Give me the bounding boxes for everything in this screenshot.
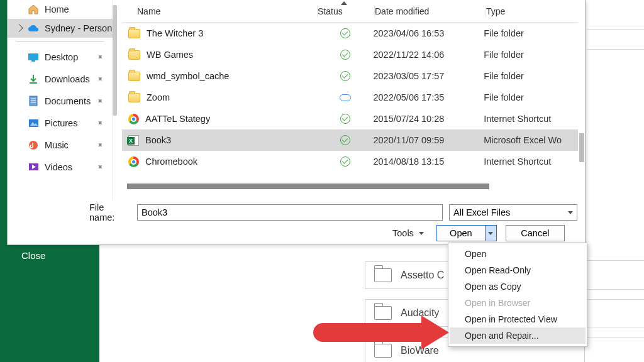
chrome-icon bbox=[128, 156, 139, 167]
file-type: File folder bbox=[484, 28, 578, 38]
menu-item[interactable]: Open as Copy bbox=[450, 278, 586, 295]
pin-icon: ✦ bbox=[94, 161, 106, 172]
pin-icon: ✦ bbox=[94, 95, 106, 106]
nav-onedrive-label: Sydney - Person bbox=[45, 23, 112, 33]
file-row[interactable]: Chromebook2014/08/18 13:15Internet Short… bbox=[122, 151, 578, 172]
file-row[interactable]: wmd_symbol_cache2023/03/05 17:57File fol… bbox=[122, 65, 578, 87]
col-date[interactable]: Date modified bbox=[375, 6, 486, 16]
file-row[interactable]: The Witcher 32023/04/06 16:53File folder bbox=[122, 23, 578, 44]
app-side-panel bbox=[0, 244, 99, 362]
pin-icon: ✦ bbox=[94, 73, 106, 84]
file-type: Microsoft Excel Wo bbox=[484, 135, 578, 145]
quick-videos[interactable]: Videos ✦ bbox=[8, 156, 113, 178]
open-button-label: Open bbox=[437, 228, 485, 238]
cloud-icon bbox=[28, 23, 39, 34]
open-file-dialog: Home Sydney - Person Desktop ✦ Downloads… bbox=[7, 0, 586, 245]
menu-item[interactable]: Open and Repair... bbox=[450, 327, 586, 344]
pictures-icon bbox=[28, 118, 39, 129]
file-name: AATTeL Stategy bbox=[145, 114, 210, 124]
quick-label: Pictures bbox=[45, 118, 77, 128]
col-type[interactable]: Type bbox=[486, 6, 568, 16]
sidebar-scrollbar[interactable] bbox=[113, 5, 117, 116]
chrome-icon bbox=[128, 114, 139, 124]
file-name: Chromebook bbox=[145, 156, 197, 167]
file-type: Internet Shortcut bbox=[484, 114, 578, 124]
quick-music[interactable]: Music ✦ bbox=[8, 134, 113, 156]
filetype-dropdown[interactable]: All Excel Files bbox=[449, 204, 577, 221]
menu-item: Open in Browser bbox=[450, 295, 586, 311]
separator bbox=[16, 41, 104, 42]
file-date: 2023/03/05 17:57 bbox=[373, 71, 484, 81]
column-headers: Name Status Date modified Type bbox=[122, 0, 578, 23]
file-name: The Witcher 3 bbox=[147, 28, 203, 38]
quick-label: Music bbox=[45, 140, 69, 150]
file-row[interactable]: AATTeL Stategy2015/07/24 10:28Internet S… bbox=[122, 108, 578, 129]
folder-icon bbox=[128, 50, 140, 60]
quick-label: Downloads bbox=[45, 74, 90, 84]
synced-status-icon bbox=[340, 50, 350, 60]
filename-label: File name: bbox=[89, 202, 131, 222]
svg-rect-0 bbox=[28, 53, 38, 60]
folder-icon bbox=[128, 72, 140, 81]
pin-icon: ✦ bbox=[94, 117, 106, 128]
menu-item[interactable]: Open bbox=[450, 246, 586, 262]
chevron-down-icon bbox=[419, 232, 424, 235]
quick-desktop[interactable]: Desktop ✦ bbox=[8, 46, 113, 68]
filename-row: File name: All Excel Files bbox=[89, 204, 577, 221]
svg-rect-1 bbox=[31, 60, 35, 62]
file-list: Name Status Date modified Type The Witch… bbox=[122, 0, 578, 189]
vertical-scrollbar[interactable] bbox=[579, 133, 584, 162]
documents-icon bbox=[28, 96, 39, 107]
file-name: wmd_symbol_cache bbox=[147, 71, 229, 81]
quick-pictures[interactable]: Pictures ✦ bbox=[8, 112, 113, 134]
filename-input[interactable] bbox=[137, 204, 443, 221]
open-dropdown-menu: OpenOpen Read-OnlyOpen as CopyOpen in Br… bbox=[448, 243, 587, 347]
desktop-icon bbox=[28, 52, 39, 63]
sort-indicator-icon bbox=[341, 1, 347, 5]
file-row[interactable]: Zoom2022/05/06 17:35File folder bbox=[122, 87, 578, 108]
quick-downloads[interactable]: Downloads ✦ bbox=[8, 68, 113, 90]
music-icon bbox=[28, 140, 39, 151]
pin-icon: ✦ bbox=[94, 51, 106, 62]
nav-sidebar: Home Sydney - Person Desktop ✦ Downloads… bbox=[8, 0, 113, 200]
synced-status-icon bbox=[340, 114, 350, 124]
close-label[interactable]: Close bbox=[21, 250, 45, 261]
file-date: 2022/11/22 14:06 bbox=[373, 50, 484, 60]
file-date: 2023/04/06 16:53 bbox=[373, 28, 484, 38]
nav-home[interactable]: Home bbox=[8, 0, 113, 19]
open-split-button[interactable] bbox=[485, 226, 496, 241]
file-row[interactable]: WB Games2022/11/22 14:06File folder bbox=[122, 44, 578, 65]
file-name: Book3 bbox=[145, 135, 171, 145]
file-type: File folder bbox=[484, 71, 578, 81]
bg-grid bbox=[587, 0, 644, 362]
excel-icon bbox=[128, 135, 139, 146]
cancel-button[interactable]: Cancel bbox=[506, 225, 565, 241]
quick-documents[interactable]: Documents ✦ bbox=[8, 90, 113, 112]
quick-label: Videos bbox=[45, 162, 72, 172]
synced-status-icon bbox=[340, 156, 350, 167]
file-row[interactable]: Book32020/11/07 09:59Microsoft Excel Wo bbox=[122, 129, 578, 151]
annotation-arrow bbox=[313, 315, 458, 349]
menu-item[interactable]: Open in Protected View bbox=[450, 311, 586, 327]
nav-onedrive-personal[interactable]: Sydney - Person bbox=[8, 19, 113, 38]
horizontal-scrollbar[interactable] bbox=[127, 184, 489, 189]
col-status[interactable]: Status bbox=[318, 6, 374, 16]
tools-dropdown[interactable]: Tools bbox=[392, 228, 424, 238]
open-button[interactable]: Open bbox=[436, 225, 497, 241]
download-icon bbox=[28, 74, 39, 85]
file-date: 2014/08/18 13:15 bbox=[373, 156, 484, 167]
col-name[interactable]: Name bbox=[122, 6, 317, 16]
file-date: 2020/11/07 09:59 bbox=[373, 135, 484, 145]
file-type: Internet Shortcut bbox=[484, 156, 578, 167]
file-name: Zoom bbox=[147, 92, 170, 102]
dialog-buttons: Tools Open Cancel bbox=[392, 224, 579, 242]
bg-tile-label: Assetto C bbox=[401, 270, 444, 281]
filetype-selected: All Excel Files bbox=[453, 207, 510, 217]
file-date: 2022/05/06 17:35 bbox=[373, 92, 484, 102]
nav-home-label: Home bbox=[45, 4, 69, 14]
menu-item[interactable]: Open Read-Only bbox=[450, 262, 586, 278]
file-type: File folder bbox=[484, 50, 578, 60]
cloud-status-icon bbox=[340, 94, 351, 101]
chevron-down-icon bbox=[568, 211, 573, 214]
synced-status-icon bbox=[340, 135, 350, 145]
